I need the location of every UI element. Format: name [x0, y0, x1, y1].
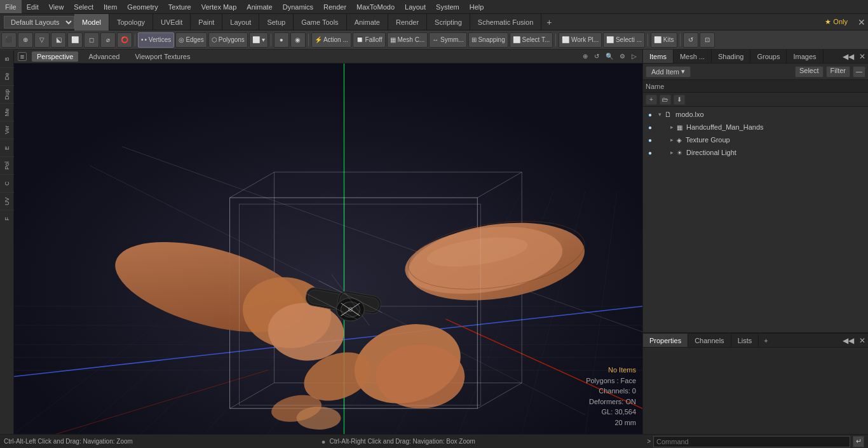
left-tab-me[interactable]: Me [0, 103, 14, 121]
items-select-button[interactable]: Select [795, 66, 824, 78]
toolbar-btn-circle[interactable]: ⭕ [117, 32, 132, 48]
menu-select[interactable]: Select [69, 0, 98, 13]
item-mode-button[interactable]: ⬜ ▾ [249, 32, 268, 48]
layout-tab-layout[interactable]: Layout [222, 14, 259, 31]
vp-tab-textures[interactable]: Viewport Textures [130, 51, 195, 62]
scene-canvas[interactable]: No Items Polygons : Face Channels: 0 Def… [14, 64, 642, 434]
item-row-dir-light[interactable]: ▸ ☀ Directional Light [643, 146, 868, 159]
props-add-tab-btn[interactable]: + [759, 334, 773, 347]
selection-sets-button[interactable]: ⬜ Selecti ... [603, 32, 645, 48]
left-tab-de[interactable]: De [0, 67, 14, 85]
command-input[interactable] [653, 436, 850, 447]
props-tab-lists[interactable]: Lists [731, 334, 759, 347]
toolbar-btn-1[interactable]: ⬛ [1, 32, 17, 48]
left-tab-e[interactable]: E [0, 139, 14, 156]
items-filter-button[interactable]: Filter [826, 66, 850, 78]
layout-tab-model[interactable]: Model [74, 14, 109, 31]
toolbar-btn-crosshair[interactable]: ⊕ [18, 32, 33, 48]
right-tab-groups[interactable]: Groups [750, 50, 787, 63]
layout-tab-topology[interactable]: Topology [109, 14, 153, 31]
left-tab-ver[interactable]: Ver [0, 121, 14, 139]
snapping-button[interactable]: ⊞ Snapping [468, 32, 508, 48]
right-tab-images[interactable]: Images [787, 50, 823, 63]
item-eye-light[interactable] [646, 148, 654, 157]
items-minus-button[interactable]: — [853, 66, 865, 78]
vp-ctrl-rotate[interactable]: ↺ [592, 52, 601, 60]
layout-tab-animate[interactable]: Animate [347, 14, 388, 31]
left-tab-dup[interactable]: Dup [0, 85, 14, 103]
action-button[interactable]: ⚡ Action ... [311, 32, 351, 48]
layout-tab-schematic[interactable]: Schematic Fusion [470, 14, 541, 31]
item-expand-texture[interactable]: ▸ [668, 137, 675, 143]
right-tab-mesh[interactable]: Mesh ... [674, 50, 712, 63]
menu-animate[interactable]: Animate [241, 0, 277, 13]
add-item-button[interactable]: Add Item ▾ [646, 66, 691, 78]
layout-tab-game-tools[interactable]: Game Tools [294, 14, 347, 31]
toolbar-btn-6[interactable]: ◻ [84, 32, 99, 48]
menu-system[interactable]: System [431, 0, 465, 13]
only-button[interactable]: ★ Only [817, 14, 855, 31]
vp-ctrl-home[interactable]: ⊕ [581, 52, 590, 60]
kits-button[interactable]: ⬜ Kits [651, 32, 677, 48]
menu-texture[interactable]: Texture [163, 0, 196, 13]
menu-geometry[interactable]: Geometry [122, 0, 163, 13]
vp-ctrl-settings[interactable]: ⚙ [618, 52, 627, 60]
select-tool-button[interactable]: ⬜ Select T... [510, 32, 553, 48]
item-row-modo-lxo[interactable]: ▾ 🗋 modo.lxo [643, 108, 868, 121]
item-row-texture-group[interactable]: ▸ ◈ Texture Group [643, 133, 868, 146]
menu-edit[interactable]: Edit [22, 0, 44, 13]
settings-button[interactable]: ⊡ [700, 32, 715, 48]
polygons-button[interactable]: ⬡ Polygons [208, 32, 248, 48]
menu-item[interactable]: Item [98, 0, 122, 13]
toolbar-btn-5[interactable]: ⬜ [67, 32, 83, 48]
layout-settings-button[interactable]: ✕ [855, 17, 868, 27]
left-tab-c[interactable]: C [0, 174, 14, 192]
right-panel-close-btn[interactable]: ✕ [857, 50, 868, 63]
layout-tab-setup[interactable]: Setup [259, 14, 294, 31]
menu-render[interactable]: Render [318, 0, 351, 13]
left-tab-pol[interactable]: Pol [0, 156, 14, 174]
layout-tab-paint[interactable]: Paint [191, 14, 222, 31]
menu-file[interactable]: File [0, 0, 22, 13]
item-eye-modo-lxo[interactable] [646, 110, 654, 119]
menu-vertex-map[interactable]: Vertex Map [196, 0, 242, 13]
item-expand-modo-lxo[interactable]: ▾ [656, 111, 663, 118]
items-add-row-btn[interactable]: + [646, 95, 657, 105]
work-plane-button[interactable]: ⬜ Work Pl... [559, 32, 602, 48]
layout-tab-add-button[interactable]: + [541, 17, 557, 27]
left-tab-f[interactable]: F [0, 210, 14, 227]
right-tab-shading[interactable]: Shading [712, 50, 750, 63]
layout-tab-uvedit[interactable]: UVEdit [153, 14, 191, 31]
items-folder-btn[interactable]: 🗁 [660, 95, 671, 105]
props-tab-channels[interactable]: Channels [688, 334, 731, 347]
left-tab-b[interactable]: B [0, 50, 14, 67]
command-arrow-btn[interactable]: > [647, 438, 651, 445]
mesh-button[interactable]: ▦ Mesh C... [387, 32, 428, 48]
vp-ctrl-expand[interactable]: ▷ [630, 52, 639, 60]
menu-dynamics[interactable]: Dynamics [278, 0, 318, 13]
layout-preset-select[interactable]: Default Layouts [4, 16, 74, 29]
falloff-button[interactable]: 🔲 Falloff [353, 32, 386, 48]
symmetry-button[interactable]: ↔ Symm... [429, 32, 466, 48]
item-eye-texture[interactable] [646, 135, 654, 144]
props-tab-properties[interactable]: Properties [643, 334, 688, 347]
undo-button[interactable]: ↺ [683, 32, 698, 48]
item-expand-light[interactable]: ▸ [668, 149, 675, 156]
layout-tab-scripting[interactable]: Scripting [427, 14, 470, 31]
toolbar-dot-btn[interactable]: ● [274, 32, 289, 48]
right-panel-collapse-btn[interactable]: ◀◀ [840, 50, 857, 63]
item-row-handcuffed[interactable]: ▸ ▦ Handcuffed_Man_Hands [643, 121, 868, 133]
command-run-btn[interactable]: ↵ [853, 436, 864, 447]
toolbar-btn-7[interactable]: ⌀ [100, 32, 116, 48]
menu-layout[interactable]: Layout [400, 0, 431, 13]
toolbar-btn-3[interactable]: ▽ [34, 32, 50, 48]
vp-tab-perspective[interactable]: Perspective [32, 51, 78, 62]
menu-help[interactable]: Help [465, 0, 489, 13]
item-eye-handcuffed[interactable] [646, 123, 654, 132]
toolbar-btn-4[interactable]: ⬕ [51, 32, 66, 48]
menu-view[interactable]: View [44, 0, 69, 13]
edges-button[interactable]: ◎ Edges [175, 32, 207, 48]
viewport-menu-btn[interactable]: ≡ [18, 52, 27, 61]
menu-maxtomodo[interactable]: MaxToModo [351, 0, 400, 13]
toolbar-ring-btn[interactable]: ◉ [290, 32, 306, 48]
